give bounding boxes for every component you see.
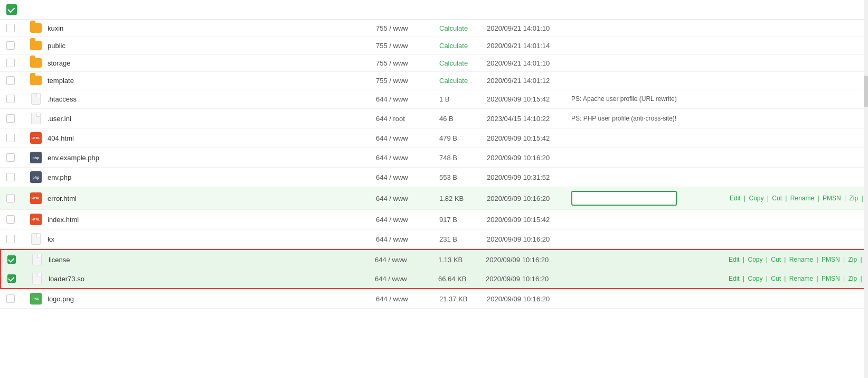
zip-action[interactable]: Zip [848, 275, 857, 282]
table-row: kx 644 / www 231 B 2020/09/09 10:16:20 [0, 229, 868, 249]
file-checkbox[interactable] [6, 41, 15, 50]
rename-action[interactable]: Rename [790, 195, 814, 202]
rename-action[interactable]: Rename [789, 256, 813, 263]
copy-action[interactable]: Copy [749, 195, 764, 202]
file-checkbox[interactable] [6, 59, 15, 67]
rename-action[interactable]: Rename [789, 275, 813, 282]
file-name[interactable]: env.php [44, 173, 376, 181]
table-row: loader73.so 644 / www 66.64 KB 2020/09/0… [0, 269, 868, 289]
file-name[interactable]: loader73.so [45, 275, 375, 283]
file-pmsn: 644 / www [375, 275, 438, 283]
file-name[interactable]: kx [44, 235, 376, 243]
file-name[interactable]: .user.ini [44, 115, 376, 123]
file-size-cell[interactable]: Calculate [439, 77, 487, 85]
file-name[interactable]: error.html [44, 195, 376, 202]
file-checkbox[interactable] [7, 274, 16, 283]
ps-text: PS: PHP user profile (anti-cross-site)! [571, 115, 676, 122]
file-ps-cell: PS: PHP user profile (anti-cross-site)! [571, 115, 730, 122]
file-ps-cell[interactable] [571, 191, 730, 206]
file-name[interactable]: env.example.php [44, 154, 376, 162]
file-checkbox[interactable] [6, 294, 15, 303]
pmsn-action[interactable]: PMSN [822, 256, 840, 263]
file-icon [31, 93, 41, 105]
file-mod-time: 2020/09/09 10:15:42 [487, 95, 571, 103]
file-name[interactable]: logo.png [44, 295, 376, 303]
file-checkbox[interactable] [6, 153, 15, 162]
ps-input[interactable] [571, 191, 677, 206]
file-mod-time: 2020/09/09 10:31:52 [487, 173, 571, 181]
file-checkbox[interactable] [6, 134, 15, 142]
file-size: 21.37 KB [439, 295, 468, 303]
cut-action[interactable]: Cut [771, 275, 781, 282]
checkbox-cell [6, 41, 27, 50]
file-mod-time: 2020/09/21 14:01:14 [487, 42, 571, 50]
pmsn-action[interactable]: PMSN [823, 195, 841, 202]
pmsn-action[interactable]: PMSN [822, 275, 840, 282]
scrollbar-thumb[interactable] [864, 76, 868, 107]
calculate-link[interactable]: Calculate [439, 42, 468, 50]
folder-icon [30, 76, 42, 85]
edit-action[interactable]: Edit [729, 275, 740, 282]
cut-action[interactable]: Cut [771, 256, 781, 263]
edit-action[interactable]: Edit [730, 195, 741, 202]
file-name[interactable]: license [45, 256, 375, 264]
file-pmsn: 644 / www [376, 134, 439, 142]
file-pmsn: 644 / www [376, 173, 439, 181]
file-opt-cell: Edit | Copy | Cut | Rename | PMSN | Zip … [729, 256, 861, 263]
file-name[interactable]: public [44, 42, 376, 50]
icon-cell [29, 254, 45, 265]
table-row: .htaccess 644 / www 1 B 2020/09/09 10:15… [0, 89, 868, 109]
file-size-cell[interactable]: Calculate [439, 42, 487, 50]
file-checkbox[interactable] [6, 215, 15, 224]
file-pmsn: 644 / www [375, 256, 438, 264]
icon-cell [27, 41, 44, 50]
icon-cell: HTML [27, 214, 44, 225]
file-name[interactable]: storage [44, 59, 376, 67]
file-checkbox[interactable] [6, 24, 15, 32]
file-icon [31, 113, 41, 124]
file-icon [32, 273, 42, 284]
file-name[interactable]: template [44, 77, 376, 85]
checkbox-cell [6, 134, 27, 142]
file-icon [32, 254, 42, 265]
icon-cell [27, 58, 44, 68]
scrollbar-track[interactable] [864, 0, 868, 309]
file-name[interactable]: .htaccess [44, 95, 376, 103]
file-checkbox[interactable] [6, 173, 15, 181]
table-row: license 644 / www 1.13 KB 2020/09/09 10:… [0, 249, 868, 270]
file-checkbox[interactable] [6, 235, 15, 243]
file-size-cell[interactable]: Calculate [439, 59, 487, 67]
file-name[interactable]: index.html [44, 216, 376, 224]
file-pmsn: 755 / www [376, 24, 439, 32]
calculate-link[interactable]: Calculate [439, 59, 468, 67]
file-name[interactable]: kuxin [44, 24, 376, 32]
file-size: 1.13 KB [438, 256, 463, 264]
file-size-cell: 1.82 KB [439, 195, 487, 202]
file-checkbox[interactable] [6, 114, 15, 123]
file-checkbox[interactable] [6, 76, 15, 85]
folder-icon [30, 58, 42, 68]
calculate-link[interactable]: Calculate [439, 77, 468, 85]
zip-action[interactable]: Zip [849, 195, 858, 202]
file-name[interactable]: 404.html [44, 134, 376, 142]
checkbox-cell [6, 235, 27, 243]
file-checkbox[interactable] [7, 255, 16, 264]
icon-cell [27, 93, 44, 105]
checkbox-cell [6, 194, 27, 202]
html-icon: HTML [30, 214, 42, 225]
zip-action[interactable]: Zip [848, 256, 857, 263]
file-checkbox[interactable] [6, 194, 15, 202]
calculate-link[interactable]: Calculate [439, 24, 468, 32]
file-size-cell[interactable]: Calculate [439, 24, 487, 32]
folder-icon [30, 41, 42, 50]
file-checkbox[interactable] [6, 95, 15, 103]
checkbox-cell [6, 114, 27, 123]
select-all-button[interactable] [6, 4, 17, 15]
edit-action[interactable]: Edit [729, 256, 740, 263]
copy-action[interactable]: Copy [748, 256, 763, 263]
file-size-cell: 748 B [439, 154, 487, 162]
icon-cell [29, 273, 45, 284]
copy-action[interactable]: Copy [748, 275, 763, 282]
cut-action[interactable]: Cut [772, 195, 782, 202]
file-size: 748 B [439, 154, 457, 162]
